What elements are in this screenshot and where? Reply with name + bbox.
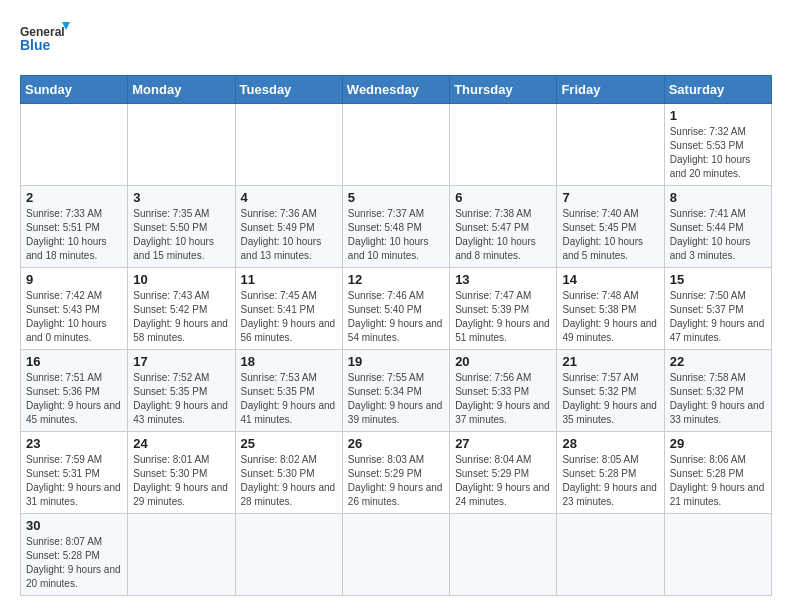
calendar-cell: 21Sunrise: 7:57 AMSunset: 5:32 PMDayligh…: [557, 350, 664, 432]
calendar-cell: 4Sunrise: 7:36 AMSunset: 5:49 PMDaylight…: [235, 186, 342, 268]
day-number: 19: [348, 354, 444, 369]
weekday-header-saturday: Saturday: [664, 76, 771, 104]
day-info: Sunrise: 7:37 AMSunset: 5:48 PMDaylight:…: [348, 207, 444, 263]
day-info: Sunrise: 8:03 AMSunset: 5:29 PMDaylight:…: [348, 453, 444, 509]
calendar-cell: [235, 104, 342, 186]
day-number: 5: [348, 190, 444, 205]
day-number: 26: [348, 436, 444, 451]
day-number: 6: [455, 190, 551, 205]
day-info: Sunrise: 7:46 AMSunset: 5:40 PMDaylight:…: [348, 289, 444, 345]
calendar-cell: [557, 104, 664, 186]
day-info: Sunrise: 7:45 AMSunset: 5:41 PMDaylight:…: [241, 289, 337, 345]
calendar-week-row: 1Sunrise: 7:32 AMSunset: 5:53 PMDaylight…: [21, 104, 772, 186]
day-info: Sunrise: 8:01 AMSunset: 5:30 PMDaylight:…: [133, 453, 229, 509]
calendar-cell: 2Sunrise: 7:33 AMSunset: 5:51 PMDaylight…: [21, 186, 128, 268]
day-number: 13: [455, 272, 551, 287]
calendar-cell: 8Sunrise: 7:41 AMSunset: 5:44 PMDaylight…: [664, 186, 771, 268]
day-number: 16: [26, 354, 122, 369]
calendar-cell: [128, 514, 235, 596]
calendar-cell: 19Sunrise: 7:55 AMSunset: 5:34 PMDayligh…: [342, 350, 449, 432]
calendar-cell: 3Sunrise: 7:35 AMSunset: 5:50 PMDaylight…: [128, 186, 235, 268]
day-info: Sunrise: 7:40 AMSunset: 5:45 PMDaylight:…: [562, 207, 658, 263]
day-number: 1: [670, 108, 766, 123]
calendar-cell: [664, 514, 771, 596]
calendar-cell: 11Sunrise: 7:45 AMSunset: 5:41 PMDayligh…: [235, 268, 342, 350]
day-info: Sunrise: 7:57 AMSunset: 5:32 PMDaylight:…: [562, 371, 658, 427]
day-info: Sunrise: 7:52 AMSunset: 5:35 PMDaylight:…: [133, 371, 229, 427]
weekday-header-friday: Friday: [557, 76, 664, 104]
calendar-cell: 12Sunrise: 7:46 AMSunset: 5:40 PMDayligh…: [342, 268, 449, 350]
calendar-week-row: 16Sunrise: 7:51 AMSunset: 5:36 PMDayligh…: [21, 350, 772, 432]
calendar-cell: 9Sunrise: 7:42 AMSunset: 5:43 PMDaylight…: [21, 268, 128, 350]
day-number: 11: [241, 272, 337, 287]
calendar-cell: 15Sunrise: 7:50 AMSunset: 5:37 PMDayligh…: [664, 268, 771, 350]
day-info: Sunrise: 8:02 AMSunset: 5:30 PMDaylight:…: [241, 453, 337, 509]
logo-svg: General Blue: [20, 20, 70, 65]
day-info: Sunrise: 7:53 AMSunset: 5:35 PMDaylight:…: [241, 371, 337, 427]
weekday-header-wednesday: Wednesday: [342, 76, 449, 104]
calendar-week-row: 9Sunrise: 7:42 AMSunset: 5:43 PMDaylight…: [21, 268, 772, 350]
day-number: 23: [26, 436, 122, 451]
calendar-cell: [128, 104, 235, 186]
calendar-cell: 17Sunrise: 7:52 AMSunset: 5:35 PMDayligh…: [128, 350, 235, 432]
calendar-week-row: 2Sunrise: 7:33 AMSunset: 5:51 PMDaylight…: [21, 186, 772, 268]
day-number: 20: [455, 354, 551, 369]
day-number: 12: [348, 272, 444, 287]
day-number: 14: [562, 272, 658, 287]
day-info: Sunrise: 7:58 AMSunset: 5:32 PMDaylight:…: [670, 371, 766, 427]
day-info: Sunrise: 7:35 AMSunset: 5:50 PMDaylight:…: [133, 207, 229, 263]
day-number: 27: [455, 436, 551, 451]
day-info: Sunrise: 7:59 AMSunset: 5:31 PMDaylight:…: [26, 453, 122, 509]
day-number: 7: [562, 190, 658, 205]
day-info: Sunrise: 7:55 AMSunset: 5:34 PMDaylight:…: [348, 371, 444, 427]
day-number: 25: [241, 436, 337, 451]
calendar-cell: [342, 514, 449, 596]
day-number: 22: [670, 354, 766, 369]
day-number: 21: [562, 354, 658, 369]
calendar-cell: 24Sunrise: 8:01 AMSunset: 5:30 PMDayligh…: [128, 432, 235, 514]
day-info: Sunrise: 7:48 AMSunset: 5:38 PMDaylight:…: [562, 289, 658, 345]
calendar-cell: 13Sunrise: 7:47 AMSunset: 5:39 PMDayligh…: [450, 268, 557, 350]
calendar-cell: 20Sunrise: 7:56 AMSunset: 5:33 PMDayligh…: [450, 350, 557, 432]
calendar-cell: 16Sunrise: 7:51 AMSunset: 5:36 PMDayligh…: [21, 350, 128, 432]
weekday-header-monday: Monday: [128, 76, 235, 104]
calendar-cell: [235, 514, 342, 596]
weekday-header-tuesday: Tuesday: [235, 76, 342, 104]
day-info: Sunrise: 7:33 AMSunset: 5:51 PMDaylight:…: [26, 207, 122, 263]
calendar-week-row: 30Sunrise: 8:07 AMSunset: 5:28 PMDayligh…: [21, 514, 772, 596]
day-info: Sunrise: 7:56 AMSunset: 5:33 PMDaylight:…: [455, 371, 551, 427]
calendar-table: SundayMondayTuesdayWednesdayThursdayFrid…: [20, 75, 772, 596]
calendar-cell: 7Sunrise: 7:40 AMSunset: 5:45 PMDaylight…: [557, 186, 664, 268]
calendar-cell: 22Sunrise: 7:58 AMSunset: 5:32 PMDayligh…: [664, 350, 771, 432]
day-number: 2: [26, 190, 122, 205]
calendar-cell: [450, 514, 557, 596]
calendar-cell: [557, 514, 664, 596]
calendar-cell: 6Sunrise: 7:38 AMSunset: 5:47 PMDaylight…: [450, 186, 557, 268]
calendar-cell: 28Sunrise: 8:05 AMSunset: 5:28 PMDayligh…: [557, 432, 664, 514]
day-number: 9: [26, 272, 122, 287]
svg-text:Blue: Blue: [20, 37, 51, 53]
day-number: 4: [241, 190, 337, 205]
day-info: Sunrise: 8:04 AMSunset: 5:29 PMDaylight:…: [455, 453, 551, 509]
calendar-cell: [450, 104, 557, 186]
page-header: General Blue: [20, 20, 772, 65]
calendar-cell: 29Sunrise: 8:06 AMSunset: 5:28 PMDayligh…: [664, 432, 771, 514]
calendar-cell: 14Sunrise: 7:48 AMSunset: 5:38 PMDayligh…: [557, 268, 664, 350]
logo: General Blue: [20, 20, 70, 65]
calendar-cell: 30Sunrise: 8:07 AMSunset: 5:28 PMDayligh…: [21, 514, 128, 596]
day-number: 8: [670, 190, 766, 205]
day-info: Sunrise: 7:41 AMSunset: 5:44 PMDaylight:…: [670, 207, 766, 263]
calendar-cell: 23Sunrise: 7:59 AMSunset: 5:31 PMDayligh…: [21, 432, 128, 514]
day-info: Sunrise: 7:50 AMSunset: 5:37 PMDaylight:…: [670, 289, 766, 345]
day-number: 24: [133, 436, 229, 451]
day-number: 30: [26, 518, 122, 533]
weekday-header-sunday: Sunday: [21, 76, 128, 104]
day-number: 28: [562, 436, 658, 451]
calendar-cell: 26Sunrise: 8:03 AMSunset: 5:29 PMDayligh…: [342, 432, 449, 514]
calendar-cell: 5Sunrise: 7:37 AMSunset: 5:48 PMDaylight…: [342, 186, 449, 268]
calendar-cell: 1Sunrise: 7:32 AMSunset: 5:53 PMDaylight…: [664, 104, 771, 186]
day-info: Sunrise: 7:51 AMSunset: 5:36 PMDaylight:…: [26, 371, 122, 427]
calendar-cell: 10Sunrise: 7:43 AMSunset: 5:42 PMDayligh…: [128, 268, 235, 350]
day-number: 3: [133, 190, 229, 205]
calendar-cell: [342, 104, 449, 186]
